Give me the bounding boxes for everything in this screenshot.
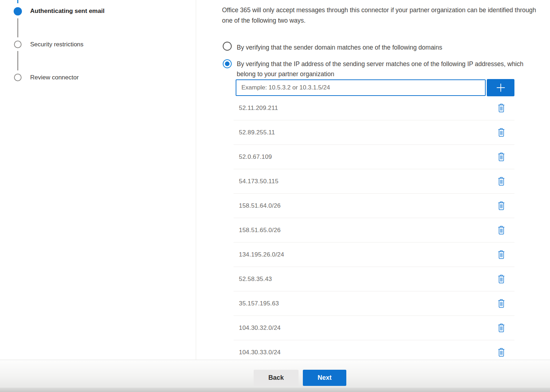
ip-address-value: 35.157.195.63 — [239, 300, 279, 307]
delete-ip-button[interactable] — [497, 298, 506, 309]
trash-icon — [498, 103, 505, 113]
ip-address-value: 158.51.65.0/26 — [239, 227, 281, 234]
radio-sender-domain[interactable] — [223, 42, 232, 51]
trash-icon — [498, 250, 505, 259]
back-button[interactable]: Back — [254, 370, 299, 386]
stepper-connector — [17, 51, 18, 70]
ip-address-value: 52.89.255.11 — [239, 129, 275, 136]
radio-label-sender-domain[interactable]: By verifying that the sender domain matc… — [237, 42, 539, 52]
step-indicator-review-connector — [14, 74, 22, 81]
add-ip-button[interactable] — [487, 79, 514, 96]
stepper-connector — [17, 18, 18, 37]
delete-ip-button[interactable] — [497, 249, 506, 260]
delete-ip-button[interactable] — [497, 127, 506, 138]
delete-ip-button[interactable] — [497, 347, 506, 358]
step-indicator-security-restrictions — [14, 41, 22, 48]
table-row: 52.0.67.109 — [234, 145, 514, 169]
ip-address-value: 52.58.35.43 — [239, 276, 272, 283]
trash-icon — [498, 226, 505, 235]
trash-icon — [498, 348, 505, 357]
radio-label-ip-address[interactable]: By verifying that the IP address of the … — [237, 59, 531, 79]
ip-address-value: 52.0.67.109 — [239, 153, 272, 161]
trash-icon — [498, 323, 505, 333]
table-row: 52.11.209.211 — [234, 96, 514, 120]
table-row: 54.173.50.115 — [234, 169, 514, 194]
trash-icon — [498, 152, 505, 162]
radio-ip-address[interactable] — [223, 59, 232, 68]
bottom-edge-strip — [0, 388, 550, 392]
step-label-review-connector: Review connector — [30, 74, 79, 81]
next-button[interactable]: Next — [303, 370, 346, 386]
table-row: 158.51.65.0/26 — [234, 218, 514, 243]
ip-address-value: 52.11.209.211 — [239, 105, 278, 112]
table-row: 52.89.255.11 — [234, 120, 514, 145]
wizard-footer: Back Next — [0, 360, 550, 388]
ip-address-value: 54.173.50.115 — [239, 178, 278, 185]
table-row: 104.30.32.0/24 — [234, 316, 514, 340]
ip-address-value: 158.51.64.0/26 — [239, 202, 281, 209]
ip-address-value: 104.30.33.0/24 — [239, 349, 281, 356]
trash-icon — [498, 128, 505, 137]
trash-icon — [498, 299, 505, 308]
trash-icon — [498, 177, 505, 186]
trash-icon — [498, 201, 505, 211]
delete-ip-button[interactable] — [497, 323, 506, 333]
step-label-authenticating-sent-email: Authenticating sent email — [30, 8, 105, 15]
ip-address-value: 104.30.32.0/24 — [239, 324, 281, 332]
stepper-connector-top — [17, 0, 18, 3]
delete-ip-button[interactable] — [497, 176, 506, 187]
sidebar-content-divider — [196, 0, 196, 360]
table-row: 52.58.35.43 — [234, 267, 514, 291]
table-row: 134.195.26.0/24 — [234, 243, 514, 267]
ip-address-input[interactable] — [236, 79, 486, 96]
ip-address-list: 52.11.209.211 52.89.255.11 52.0.67.109 — [234, 96, 514, 365]
delete-ip-button[interactable] — [497, 152, 506, 162]
trash-icon — [498, 275, 505, 284]
table-row: 35.157.195.63 — [234, 291, 514, 316]
delete-ip-button[interactable] — [497, 225, 506, 236]
table-row: 158.51.64.0/26 — [234, 194, 514, 218]
radio-selected-dot — [225, 61, 230, 66]
plus-icon — [494, 81, 507, 94]
step-indicator-authenticating-active — [14, 7, 22, 15]
delete-ip-button[interactable] — [497, 200, 506, 211]
ip-address-value: 134.195.26.0/24 — [239, 251, 284, 258]
delete-ip-button[interactable] — [497, 274, 506, 285]
delete-ip-button[interactable] — [497, 103, 506, 114]
page-description: Office 365 will only accept messages thr… — [222, 5, 548, 26]
step-label-security-restrictions: Security restrictions — [30, 41, 83, 48]
